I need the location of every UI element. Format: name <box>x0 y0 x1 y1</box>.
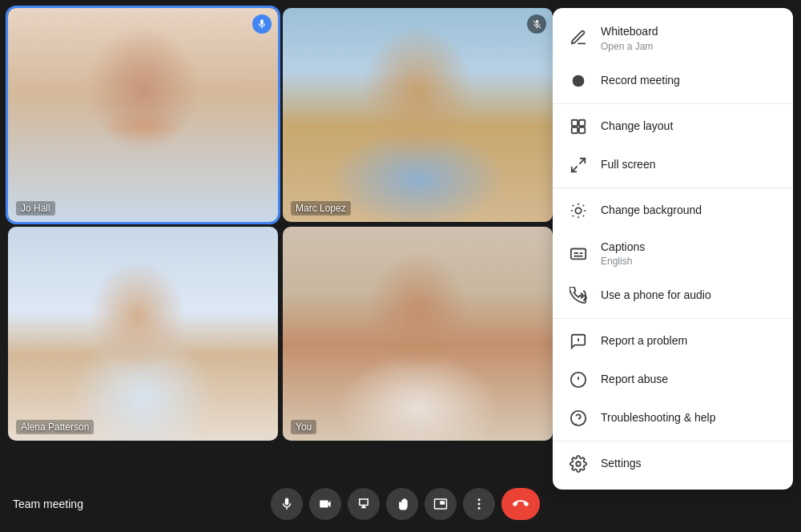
fullscreen-icon <box>569 155 588 175</box>
captions-label: Captions <box>601 240 645 256</box>
divider-2 <box>553 187 793 188</box>
phone-audio-label: Use a phone for audio <box>601 288 711 304</box>
svg-line-9 <box>572 166 577 171</box>
participant-name-marc-lopez: Marc Lopez <box>291 201 351 216</box>
svg-line-8 <box>580 158 585 163</box>
layout-label: Change layout <box>601 119 673 135</box>
settings-label: Settings <box>601 456 642 472</box>
menu-item-fullscreen[interactable]: Full screen <box>553 146 793 184</box>
divider-1 <box>553 103 793 104</box>
mic-active-icon <box>252 14 272 34</box>
bottom-bar: Team meeting <box>0 476 553 532</box>
menu-item-record[interactable]: Record meeting <box>553 62 793 100</box>
menu-item-troubleshooting[interactable]: Troubleshooting & help <box>553 399 793 437</box>
whiteboard-sublabel: Open a Jam <box>601 41 658 52</box>
menu-item-settings[interactable]: Settings <box>553 445 793 483</box>
meeting-title: Team meeting <box>13 498 271 510</box>
video-tile-jo-hall: Jo Hall <box>8 8 278 222</box>
svg-rect-7 <box>579 127 585 133</box>
present-button[interactable] <box>348 488 380 520</box>
mic-off-icon-marc <box>527 14 546 34</box>
troubleshooting-icon <box>569 409 588 428</box>
menu-item-phone-audio[interactable]: Use a phone for audio <box>553 276 793 315</box>
video-tile-you: You <box>283 227 553 441</box>
controls-bar <box>271 488 540 520</box>
captions-sublabel: English <box>601 256 645 267</box>
raise-hand-button[interactable] <box>386 488 418 520</box>
layout-icon <box>569 117 588 136</box>
participant-name-jo-hall: Jo Hall <box>16 201 55 216</box>
phone-audio-icon <box>569 286 588 305</box>
troubleshooting-label: Troubleshooting & help <box>601 410 715 426</box>
svg-line-13 <box>573 204 574 205</box>
record-icon <box>569 71 588 91</box>
svg-line-14 <box>583 215 584 216</box>
captions-icon <box>569 244 588 263</box>
svg-point-31 <box>576 461 581 466</box>
menu-item-report-abuse[interactable]: Report abuse <box>553 361 793 399</box>
mic-button[interactable] <box>271 488 303 520</box>
camera-button[interactable] <box>309 488 341 520</box>
video-grid: Jo Hall Marc Lopez Alena Patterson You <box>8 8 553 441</box>
svg-rect-19 <box>571 248 586 259</box>
svg-line-18 <box>583 204 584 205</box>
svg-rect-5 <box>579 119 585 125</box>
whiteboard-label: Whiteboard <box>601 24 658 40</box>
video-tile-marc-lopez: Marc Lopez <box>283 8 553 222</box>
fullscreen-label: Full screen <box>601 157 655 173</box>
video-tile-alena: Alena Patterson <box>8 227 278 441</box>
svg-line-17 <box>573 215 574 216</box>
report-abuse-icon <box>569 370 588 389</box>
dropdown-menu: Whiteboard Open a Jam Record meeting Cha… <box>553 8 793 490</box>
participant-name-you: You <box>291 420 316 434</box>
background-icon <box>569 201 588 220</box>
pencil-icon <box>569 28 588 47</box>
svg-point-0 <box>478 498 481 501</box>
report-problem-label: Report a problem <box>601 333 687 349</box>
divider-4 <box>553 441 793 441</box>
more-options-button[interactable] <box>463 488 495 520</box>
report-problem-icon <box>569 332 588 351</box>
svg-rect-6 <box>572 127 578 133</box>
menu-item-whiteboard[interactable]: Whiteboard Open a Jam <box>553 14 793 62</box>
pip-button[interactable] <box>425 488 457 520</box>
record-label: Record meeting <box>601 73 680 89</box>
svg-point-2 <box>478 507 481 510</box>
divider-3 <box>553 318 793 319</box>
menu-item-background[interactable]: Change background <box>553 191 793 230</box>
svg-point-30 <box>575 424 577 425</box>
menu-item-captions[interactable]: Captions English <box>553 230 793 277</box>
menu-item-report-problem[interactable]: Report a problem <box>553 322 793 361</box>
svg-rect-4 <box>572 119 578 125</box>
gear-icon <box>569 454 588 474</box>
background-label: Change background <box>601 203 702 219</box>
report-abuse-label: Report abuse <box>601 372 668 388</box>
svg-point-3 <box>573 75 585 87</box>
menu-item-layout[interactable]: Change layout <box>553 107 793 146</box>
svg-point-1 <box>478 503 481 506</box>
end-call-button[interactable] <box>501 488 540 520</box>
participant-name-alena: Alena Patterson <box>16 420 94 434</box>
svg-point-10 <box>575 208 581 213</box>
